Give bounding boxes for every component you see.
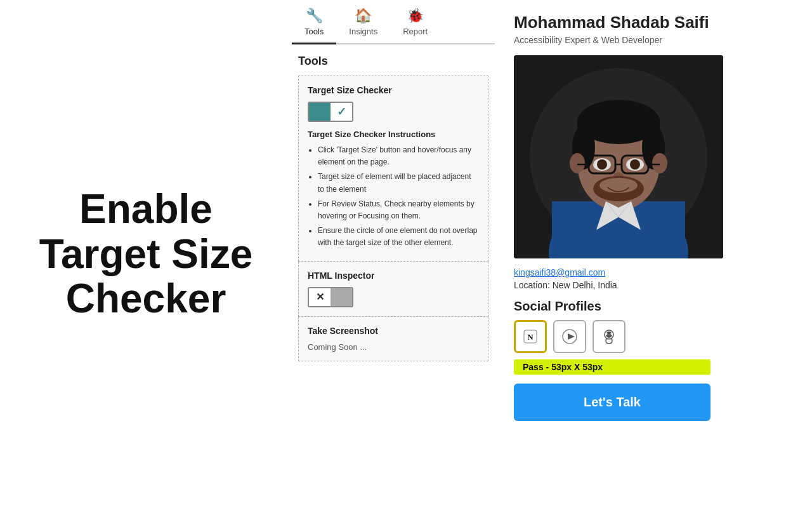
social-icon-youtube[interactable] <box>553 320 586 353</box>
toggle-row-html-inspector: ✕ <box>308 287 479 307</box>
tool-card-target-size: Target Size Checker ✓ Target Size Checke… <box>298 76 488 262</box>
tab-insights[interactable]: 🏠 Insignts <box>336 0 390 44</box>
instruction-2: Target size of element will be placed ad… <box>318 171 479 195</box>
tab-report-label: Report <box>403 27 428 36</box>
profile-subtitle: Accessibility Expert & Web Developer <box>514 35 710 45</box>
toggle-x-left: ✕ <box>309 288 331 306</box>
tools-icon: 🔧 <box>306 8 323 24</box>
tool-card-screenshot: Take Screenshot Coming Soon ... <box>298 317 488 361</box>
toggle-row-target-size: ✓ <box>308 102 479 122</box>
instruction-4: Ensure the circle of one element do not … <box>318 225 479 249</box>
checkmark-icon: ✓ <box>337 105 346 119</box>
tab-insights-label: Insignts <box>349 27 377 36</box>
x-icon: ✕ <box>316 291 324 303</box>
instruction-1: Click 'Target Size' button and hover/foc… <box>318 144 479 168</box>
svg-marker-30 <box>568 333 575 340</box>
toggle-target-size[interactable]: ✓ <box>308 102 353 122</box>
svg-point-20 <box>630 159 640 170</box>
toggle-right-target-size: ✓ <box>331 103 352 121</box>
svg-point-19 <box>597 159 607 170</box>
instructions-list: Click 'Target Size' button and hover/foc… <box>308 144 479 250</box>
profile-name: Mohammad Shadab Saifi <box>514 13 710 32</box>
middle-panel: 🔧 Tools 🏠 Insignts 🐞 Report Tools Target… <box>292 0 495 508</box>
toggle-left-target-size <box>309 103 331 121</box>
tab-tools[interactable]: 🔧 Tools <box>292 0 336 44</box>
insights-icon: 🏠 <box>355 8 372 24</box>
report-icon: 🐞 <box>407 8 424 24</box>
left-panel: Enable Target Size Checker <box>0 0 292 508</box>
toggle-html-inspector[interactable]: ✕ <box>308 287 353 307</box>
pass-badge: Pass - 53px X 53px <box>514 359 710 375</box>
right-panel: Mohammad Shadab Saifi Accessibility Expe… <box>495 0 730 508</box>
tab-bar: 🔧 Tools 🏠 Insignts 🐞 Report <box>292 0 495 44</box>
svg-point-23 <box>599 178 638 193</box>
tool-title-screenshot: Take Screenshot <box>308 326 479 336</box>
lets-talk-button[interactable]: Let's Talk <box>514 384 710 421</box>
social-title: Social Profiles <box>514 299 710 314</box>
social-icons-row: N <box>514 320 710 353</box>
svg-point-10 <box>570 153 585 173</box>
profile-image-svg <box>514 55 723 258</box>
tab-report[interactable]: 🐞 Report <box>390 0 440 44</box>
profile-location: Location: New Delhi, India <box>514 280 710 290</box>
social-icon-github[interactable] <box>593 320 625 353</box>
social-icon-notion[interactable]: N <box>514 320 547 353</box>
svg-point-11 <box>652 153 667 173</box>
svg-text:N: N <box>527 332 534 342</box>
instruction-3: For Review Status, Check nearby elements… <box>318 198 479 222</box>
tab-tools-label: Tools <box>304 27 324 36</box>
tool-title-html-inspector: HTML Inspector <box>308 271 479 281</box>
svg-point-33 <box>606 333 608 335</box>
profile-email[interactable]: kingsaifi38@gmail.com <box>514 267 710 277</box>
tool-title-target-size: Target Size Checker <box>308 85 479 95</box>
profile-photo <box>514 55 723 258</box>
svg-point-34 <box>611 333 613 335</box>
toggle-x-right <box>331 288 352 306</box>
instructions-title: Target Size Checker Instructions <box>308 130 479 139</box>
main-heading: Enable Target Size Checker <box>25 187 266 321</box>
section-title: Tools <box>292 55 495 68</box>
coming-soon-text: Coming Soon ... <box>308 342 479 352</box>
tool-card-html-inspector: HTML Inspector ✕ <box>298 262 488 317</box>
